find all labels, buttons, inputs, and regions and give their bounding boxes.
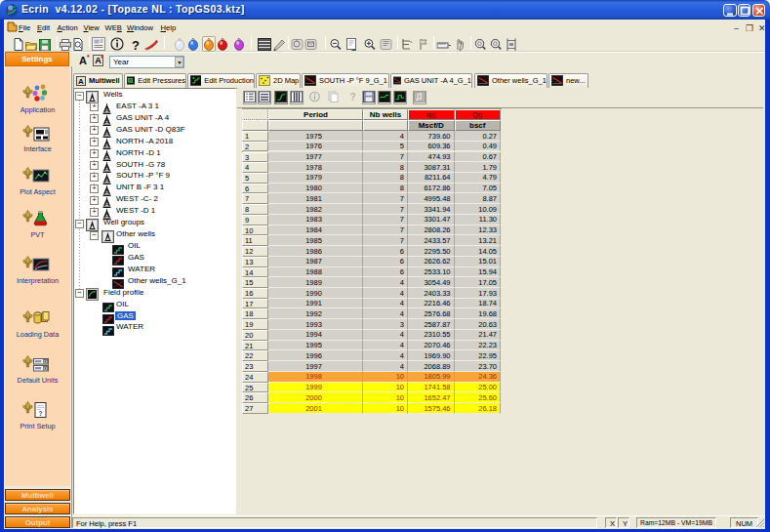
svg-text:?: ? <box>132 38 140 51</box>
svg-text:?: ? <box>349 92 355 102</box>
svg-text:?: ? <box>39 410 43 417</box>
svg-text:A: A <box>78 77 84 86</box>
